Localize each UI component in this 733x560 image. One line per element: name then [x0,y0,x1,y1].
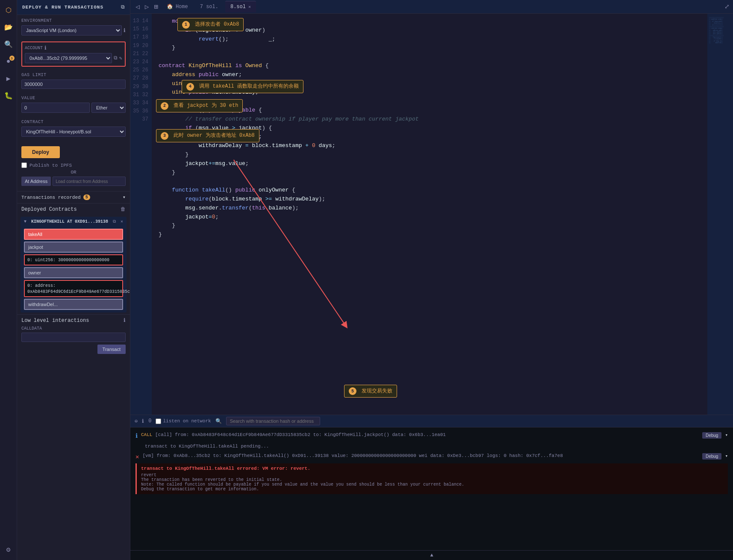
compile-icon[interactable]: ▶ [3,73,15,85]
contract-select[interactable]: KingOfTheHill - Honeypot/B.sol [21,127,126,137]
account-box: ACCOUNT ℹ 0xAb8...35cb2 (79.9999995 ⧉ ✎ [21,41,126,67]
contract-section: CONTRACT KingOfTheHill - Honeypot/B.sol [17,116,130,140]
owner-output: 0: address: 0xAb8483F64d9C6d1EcF9b849Ae6… [24,280,123,297]
account-edit-icon[interactable]: ✎ [119,55,122,62]
log-text-2: transact to KingOfTheHill.takeAll pendin… [145,444,728,449]
call-icon: ℹ [135,432,138,439]
tab-bar: ◁ ▷ ⊞ 🏠 Home 7 sol. 8.sol ✕ ⤢ [130,0,733,14]
debug-chevron-3[interactable]: ▾ [725,453,728,459]
terminal-clear-btn[interactable]: ⊖ [135,418,138,424]
account-copy-icon[interactable]: ⧉ [114,55,118,61]
debug-button-3[interactable]: Debug [702,453,721,460]
load-contract-input[interactable] [53,177,126,186]
environment-section: ENVIRONMENT JavaScript VM (London) ℹ [17,15,130,39]
jackpot-output: 0: uint256: 30000000000000000000 [24,254,123,265]
tab-home[interactable]: 🏠 Home [162,1,193,12]
deployed-contracts-row: Deployed Contracts 🗑 [17,203,130,215]
notification-icon[interactable]: ●3 [3,56,15,68]
deploy-section: Deploy Publish to IPFS OR At Address [17,140,130,191]
panel-copy-icon[interactable]: ⧉ [121,4,125,10]
transactions-chevron[interactable]: ▾ [123,194,126,200]
contract-functions: takeAll jackpot 0: uint256: 300000000000… [21,226,127,312]
at-address-button[interactable]: At Address [21,177,51,186]
terminal-count: 0 [148,418,151,424]
debug-chevron-1[interactable]: ▾ [725,432,728,438]
tab-7sol-label: 7 sol. [200,4,218,10]
gas-limit-input[interactable] [21,80,126,89]
calldata-input[interactable] [21,333,126,342]
log-line-2: transact to KingOfTheHill.takeAll pendin… [135,442,728,450]
terminal-search-icon[interactable]: 🔍 [215,418,222,424]
terminal-toolbar: ⊖ ℹ 0 listen on network 🔍 [130,415,733,427]
tab-nav-left[interactable]: ◁ [134,3,141,11]
contract-item-name: KINGOFTHEHILL AT 0XD91...39138 [31,219,108,224]
contract-close-icon[interactable]: ✕ [121,219,123,224]
tab-nav-right[interactable]: ▷ [143,3,151,11]
main-area: ◁ ▷ ⊞ 🏠 Home 7 sol. 8.sol ✕ ⤢ 13 14 15 1… [130,0,733,560]
tab-home-label: Home [176,4,188,10]
tab-grid-icon[interactable]: ⊞ [152,3,160,11]
log-line-3: ✕ [vm] from: 0xAb8...35cb2 to: KingOfThe… [135,452,728,462]
owner-button[interactable]: owner [24,267,123,278]
environment-select[interactable]: JavaScript VM (London) [21,25,122,35]
error-body: revert The transaction has been reverted… [141,473,724,492]
value-label: VALUE [21,96,126,100]
deploy-button[interactable]: Deploy [21,146,60,158]
log-line-1: ℹ CALL [call] from: 0xAb8483F648c64d1EcF… [135,431,728,441]
error-icon: ✕ [135,453,139,460]
panel-header: DEPLOY & RUN TRANSACTIONS ⧉ [17,0,130,15]
tab-8sol[interactable]: 8.sol ✕ [225,1,256,12]
log-text-1: CALL [call] from: 0xAb8483F648c64d1EcF9b… [141,432,699,437]
code-area: 13 14 15 16 17 18 19 20 21 22 23 24 25 2… [130,14,733,560]
withdraw-delay-button[interactable]: withdrawDel... [24,299,123,310]
value-section: VALUE Ether [17,92,130,116]
search-icon[interactable]: 🔍 [3,38,15,50]
env-info-icon[interactable]: ℹ [124,27,126,34]
publish-ipfs-label: Publish to IPFS [29,163,72,168]
owner-output-value: 0: address: 0xAb8483F64d9C6d1EcF9b849Ae6… [27,283,130,294]
error-block: transact to KingOfTheHill.takeAll errore… [135,463,728,494]
transactions-row[interactable]: Transactions recorded 5 ▾ [17,191,130,203]
trash-icon[interactable]: 🗑 [121,206,126,212]
gas-limit-label: GAS LIMIT [21,73,126,77]
code-content[interactable]: modifier onlyOwner{ if (msg.sender != ow… [152,14,707,415]
left-panel: DEPLOY & RUN TRANSACTIONS ⧉ ENVIRONMENT … [17,0,130,560]
low-level-header: Low level interactions ℹ [21,317,126,324]
publish-ipfs-checkbox[interactable] [21,162,27,168]
panel-title: DEPLOY & RUN TRANSACTIONS [22,5,103,10]
home-icon: 🏠 [167,3,173,10]
deployed-contracts-label: Deployed Contracts [21,206,77,212]
environment-label: ENVIRONMENT [21,18,126,23]
value-input[interactable] [21,103,90,113]
transaction-count: 5 [83,195,90,200]
tab-7sol[interactable]: 7 sol. [195,1,224,12]
jackpot-output-value: 0: uint256: 30000000000000000000 [27,258,109,262]
debug-button-1[interactable]: Debug [702,432,721,439]
transact-button[interactable]: Transact [97,345,126,354]
log-text-3: [vm] from: 0xAb8...35cb2 to: KingOfTheHi… [142,453,698,458]
terminal-expand[interactable]: ▲ [130,550,733,560]
value-unit-select[interactable]: Ether [91,103,126,113]
low-level-section: Low level interactions ℹ CALLDATA Transa… [17,314,130,357]
terminal-content: ℹ CALL [call] from: 0xAb8483F648c64d1EcF… [130,427,733,550]
file-icon[interactable]: 📂 [3,21,15,33]
settings-icon[interactable]: ⚙ [3,544,15,556]
gas-limit-section: GAS LIMIT [17,69,130,92]
contract-label: CONTRACT [21,120,126,124]
terminal-search-input[interactable] [226,417,320,425]
tab-8sol-close[interactable]: ✕ [248,4,251,9]
debug-icon[interactable]: 🐛 [3,90,15,102]
take-all-button[interactable]: takeAll [24,229,123,240]
account-select[interactable]: 0xAb8...35cb2 (79.9999995 [25,53,112,63]
plugin-icon[interactable]: ⬡ [3,4,15,16]
contract-copy-icon[interactable]: ⧉ [113,219,116,224]
minimap-content: ░░░░░░░░░░░░░░░░░░░ ░░ modifier only░░ ░… [707,14,733,47]
error-title: transact to KingOfTheHill.takeAll errore… [141,466,724,471]
account-info-icon[interactable]: ℹ [44,45,47,51]
low-level-info-icon[interactable]: ℹ [124,317,126,324]
jackpot-button[interactable]: jackpot [24,242,123,253]
contract-item: ▼ KINGOFTHEHILL AT 0XD91...39138 ⧉ ✕ tak… [21,217,127,312]
terminal-info-btn[interactable]: ℹ [142,418,144,424]
listen-network-checkbox[interactable]: listen on network [156,419,211,424]
maximize-button[interactable]: ⤢ [724,3,730,10]
